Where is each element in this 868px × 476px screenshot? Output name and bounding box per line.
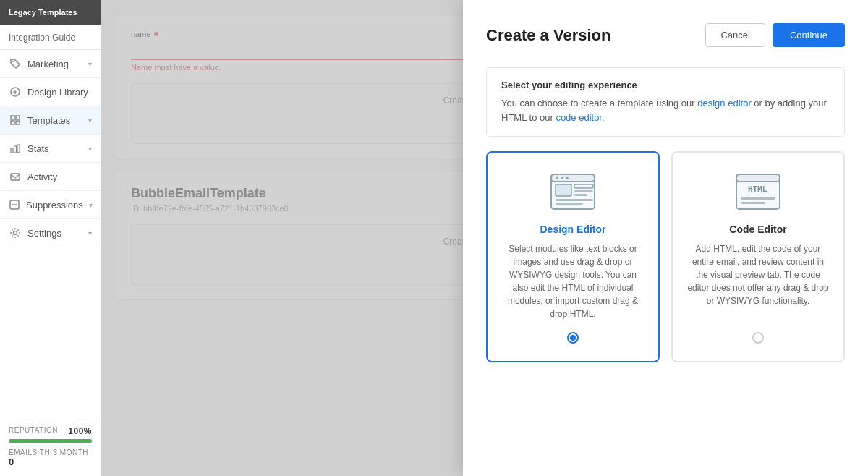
svg-point-14	[556, 177, 558, 179]
sidebar-activity-label: Activity	[27, 171, 92, 182]
suppressions-arrow-icon: ▾	[89, 201, 93, 209]
grid-icon	[9, 114, 22, 127]
sidebar-templates-label: Templates	[27, 115, 82, 126]
continue-button[interactable]: Continue	[773, 23, 845, 47]
reputation-progress-fill	[9, 439, 92, 443]
svg-rect-7	[14, 146, 17, 153]
svg-rect-3	[16, 116, 20, 119]
svg-rect-22	[556, 203, 583, 205]
svg-rect-4	[11, 121, 14, 124]
modal-header: Create a Version Cancel Continue	[486, 23, 845, 47]
sidebar-nav: Marketing ▾ Design Library Templates ▾ S…	[0, 50, 101, 417]
code-editor-radio[interactable]	[752, 332, 764, 344]
svg-point-16	[566, 177, 569, 179]
svg-rect-24	[736, 174, 780, 182]
marketing-arrow-icon: ▾	[88, 60, 92, 68]
bar-chart-icon	[9, 142, 22, 155]
emails-label: EMAILS THIS MONTH	[9, 449, 92, 456]
sidebar-item-settings[interactable]: Settings ▾	[0, 219, 101, 247]
svg-rect-8	[17, 145, 20, 153]
svg-point-15	[561, 177, 563, 179]
svg-point-0	[12, 61, 14, 62]
sidebar-suppressions-label: Suppressions	[26, 200, 83, 211]
sidebar-item-activity[interactable]: Activity	[0, 163, 101, 191]
sidebar-legacy-title: Legacy Templates	[9, 7, 92, 17]
editing-experience-title: Select your editing experience	[501, 80, 830, 90]
svg-rect-9	[11, 174, 20, 180]
brush-icon	[9, 85, 22, 98]
svg-rect-27	[741, 202, 765, 204]
design-editor-link[interactable]: design editor	[697, 98, 751, 109]
sidebar-item-marketing[interactable]: Marketing ▾	[0, 50, 101, 78]
code-editor-desc: Add HTML, edit the code of your entire e…	[687, 242, 829, 320]
svg-rect-2	[11, 116, 14, 119]
sidebar-marketing-label: Marketing	[27, 59, 82, 69]
svg-rect-21	[556, 199, 593, 201]
editor-choice-cards: Design Editor Select modules like text b…	[486, 151, 845, 362]
code-editor-link[interactable]: code editor	[556, 112, 602, 123]
gear-icon	[9, 226, 22, 239]
code-editor-card[interactable]: HTML Code Editor Add HTML, edit the code…	[671, 151, 845, 362]
reputation-label: REPUTATION 100%	[9, 426, 92, 436]
create-version-modal: Create a Version Cancel Continue Select …	[463, 0, 868, 476]
sidebar-design-library-label: Design Library	[27, 87, 92, 98]
templates-arrow-icon: ▾	[88, 116, 92, 124]
reputation-value: 100%	[68, 426, 92, 436]
sidebar-stats-label: Stats	[27, 143, 82, 154]
editing-experience-info: Select your editing experience You can c…	[486, 67, 845, 137]
envelope-icon	[9, 170, 22, 183]
design-editor-desc: Select modules like text blocks or image…	[502, 242, 644, 320]
sidebar-item-stats[interactable]: Stats ▾	[0, 135, 101, 163]
sidebar-item-suppressions[interactable]: Suppressions ▾	[0, 191, 101, 219]
sidebar-item-design-library[interactable]: Design Library	[0, 78, 101, 106]
modal-actions: Cancel Continue	[705, 23, 845, 47]
sidebar-item-templates[interactable]: Templates ▾	[0, 106, 101, 135]
code-editor-icon: HTML	[733, 170, 783, 213]
design-editor-icon	[548, 170, 598, 213]
design-editor-title: Design Editor	[540, 224, 605, 235]
stats-arrow-icon: ▾	[88, 145, 92, 153]
tag-icon	[9, 57, 22, 70]
integration-guide-link[interactable]: Integration Guide	[9, 33, 75, 43]
svg-rect-17	[556, 184, 571, 196]
sidebar-settings-label: Settings	[27, 228, 82, 239]
svg-rect-20	[574, 194, 587, 196]
suppress-icon	[9, 198, 20, 211]
editing-experience-text: You can choose to create a template usin…	[501, 96, 830, 124]
svg-rect-19	[574, 190, 593, 192]
code-editor-title: Code Editor	[729, 224, 786, 235]
sidebar: Legacy Templates Integration Guide Marke…	[0, 0, 101, 476]
cancel-button[interactable]: Cancel	[705, 23, 765, 47]
sidebar-footer: REPUTATION 100% EMAILS THIS MONTH 0	[0, 417, 101, 476]
sidebar-integration-guide[interactable]: Integration Guide	[0, 25, 101, 50]
sidebar-legacy-section: Legacy Templates	[0, 0, 101, 25]
design-editor-card[interactable]: Design Editor Select modules like text b…	[486, 151, 660, 362]
svg-rect-5	[16, 121, 20, 124]
design-editor-radio[interactable]	[567, 332, 579, 344]
svg-text:HTML: HTML	[748, 184, 767, 194]
svg-rect-6	[11, 148, 13, 153]
svg-point-11	[14, 231, 17, 235]
emails-value: 0	[9, 456, 92, 467]
modal-title: Create a Version	[486, 26, 610, 45]
settings-arrow-icon: ▾	[88, 229, 92, 237]
svg-rect-26	[741, 197, 775, 200]
reputation-progress-bar	[9, 439, 92, 443]
